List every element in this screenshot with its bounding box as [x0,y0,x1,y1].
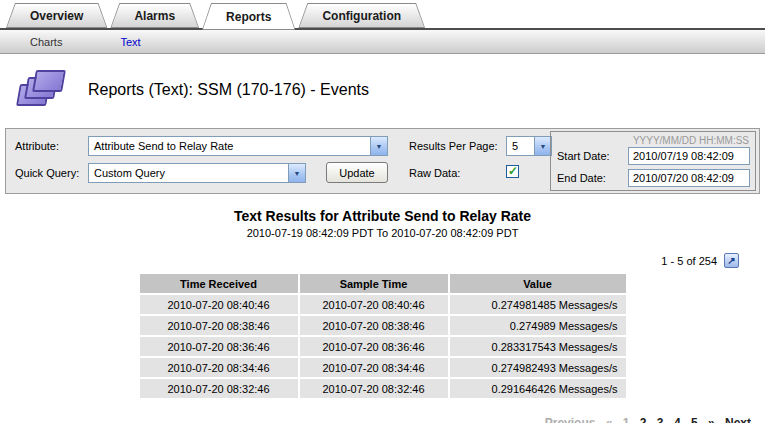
update-button[interactable]: Update [326,162,388,183]
results-per-page-select[interactable]: 5 ▼ [506,136,552,156]
quick-query-select[interactable]: Custom Query ▼ [88,163,306,183]
subnav-bar: Charts Text [0,30,765,54]
table-row: 2010-07-20 08:40:46 2010-07-20 08:40:46 … [140,295,626,314]
tab-configuration-label: Configuration [322,9,401,23]
next-button[interactable]: Next [725,416,751,423]
date-range-panel: YYYY/MM/DD HH:MM:SS Start Date: End Date… [550,131,756,191]
cell-sample-time: 2010-07-20 08:38:46 [300,316,448,335]
page-title: Reports (Text): SSM (170-176) - Events [88,81,369,99]
page-number-5[interactable]: 5 [691,416,698,423]
attribute-select[interactable]: Attribute Send to Relay Rate ▼ [88,136,388,156]
raw-data-checkbox[interactable] [506,165,519,178]
cell-time-received: 2010-07-20 08:36:46 [140,337,298,356]
start-date-input[interactable] [628,147,750,165]
tab-alarms-label: Alarms [134,9,175,23]
table-row: 2010-07-20 08:34:46 2010-07-20 08:34:46 … [140,358,626,377]
cell-value: 0.291646426 Messages/s [450,379,626,398]
quick-query-select-value: Custom Query [89,164,288,182]
raw-data-label: Raw Data: [409,167,460,179]
page-number-3[interactable]: 3 [657,416,664,423]
column-header-value: Value [450,274,626,293]
cell-sample-time: 2010-07-20 08:40:46 [300,295,448,314]
tab-bar: Overview Alarms Reports Configuration [0,0,765,28]
cell-time-received: 2010-07-20 08:40:46 [140,295,298,314]
tab-overview[interactable]: Overview [6,3,107,28]
cell-time-received: 2010-07-20 08:34:46 [140,358,298,377]
results-per-page-value: 5 [507,137,534,155]
end-date-input[interactable] [628,169,750,187]
cell-sample-time: 2010-07-20 08:34:46 [300,358,448,377]
tab-reports[interactable]: Reports [202,3,295,30]
results-title: Text Results for Attribute Send to Relay… [0,208,765,224]
date-format-hint: YYYY/MM/DD HH:MM:SS [633,135,749,146]
table-row: 2010-07-20 08:36:46 2010-07-20 08:36:46 … [140,337,626,356]
tab-overview-label: Overview [30,9,83,23]
tab-underline [0,28,765,30]
cell-time-received: 2010-07-20 08:38:46 [140,316,298,335]
start-date-label: Start Date: [557,150,610,162]
end-date-label: End Date: [557,172,606,184]
cell-value: 0.274981485 Messages/s [450,295,626,314]
chevron-down-icon: ▼ [288,164,305,182]
subnav-item-text[interactable]: Text [120,36,140,48]
results-subtitle: 2010-07-19 08:42:09 PDT To 2010-07-20 08… [0,227,765,239]
pagination: Previous « 1 2 3 4 5 » Next [0,416,751,423]
reports-stack-icon [18,70,70,110]
subnav-item-charts[interactable]: Charts [30,36,62,48]
tab-configuration[interactable]: Configuration [298,3,425,28]
previous-arrow: « [606,416,613,423]
title-bar: Reports (Text): SSM (170-176) - Events [0,54,765,122]
chevron-down-icon: ▼ [534,137,551,155]
export-report-icon[interactable]: ↗ [724,253,739,268]
page-number-2[interactable]: 2 [640,416,647,423]
table-row: 2010-07-20 08:32:46 2010-07-20 08:32:46 … [140,379,626,398]
quick-query-label: Quick Query: [15,167,79,179]
cell-value: 0.283317543 Messages/s [450,337,626,356]
attribute-label: Attribute: [15,140,59,152]
table-row: 2010-07-20 08:38:46 2010-07-20 08:38:46 … [140,316,626,335]
cell-value: 0.274982493 Messages/s [450,358,626,377]
query-panel: Attribute: Attribute Send to Relay Rate … [5,128,760,194]
tab-reports-label: Reports [226,10,271,24]
column-header-sample-time: Sample Time [300,274,448,293]
cell-time-received: 2010-07-20 08:32:46 [140,379,298,398]
page-number-4[interactable]: 4 [674,416,681,423]
tab-alarms[interactable]: Alarms [110,3,199,28]
cell-sample-time: 2010-07-20 08:32:46 [300,379,448,398]
previous-button: Previous [545,416,596,423]
cell-value: 0.274989 Messages/s [450,316,626,335]
table-header-row: Time Received Sample Time Value [140,274,626,293]
column-header-time-received: Time Received [140,274,298,293]
attribute-select-value: Attribute Send to Relay Rate [89,137,370,155]
range-row: 1 - 5 of 254 ↗ [0,253,739,268]
chevron-down-icon: ▼ [370,137,387,155]
cell-sample-time: 2010-07-20 08:36:46 [300,337,448,356]
results-per-page-label: Results Per Page: [409,140,498,152]
results-table: Time Received Sample Time Value 2010-07-… [138,272,628,400]
result-range-text: 1 - 5 of 254 [661,255,717,267]
next-arrow[interactable]: » [708,416,715,423]
page-number-1: 1 [623,416,630,423]
